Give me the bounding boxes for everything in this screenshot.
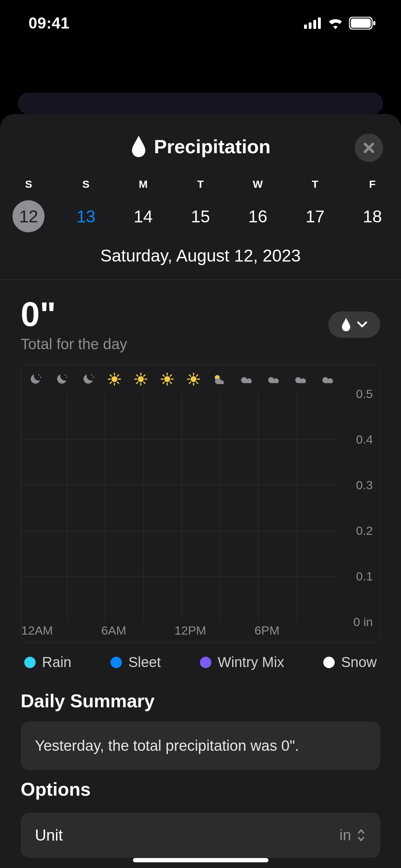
precipitation-chart[interactable]: 0.50.40.30.20.10 in 12AM6AM12PM6PM [21,365,380,643]
x-tick: 12PM [175,624,206,637]
svg-point-11 [91,374,92,376]
day-letter: M [139,178,148,190]
sunny-icon [160,372,174,388]
day-number: 15 [185,200,217,232]
chevron-down-icon [357,321,367,328]
y-tick: 0.5 [356,387,373,401]
page-title-text: Precipitation [154,135,271,157]
close-button[interactable] [355,134,383,162]
legend-item-rain: Rain [24,654,71,670]
drop-icon [130,136,147,157]
unit-label: Unit [35,826,63,844]
svg-rect-5 [351,19,371,28]
y-tick: 0.4 [356,433,373,446]
sunny-icon [107,372,122,388]
daily-summary-text: Yesterday, the total precipitation was 0… [35,737,299,754]
day-15[interactable]: T15 [172,178,229,232]
svg-point-7 [38,374,39,376]
day-13[interactable]: S13 [57,178,115,232]
drop-icon [341,318,351,331]
x-tick: 6AM [101,624,126,637]
day-number: 12 [12,200,45,232]
day-letter: S [25,178,32,190]
date-label: Saturday, August 12, 2023 [0,236,401,280]
y-tick: 0.1 [356,569,373,583]
page-title: Precipitation [130,135,271,157]
clear-night-icon [81,372,95,388]
svg-point-12 [93,377,94,378]
svg-rect-3 [318,17,321,29]
svg-point-15 [164,376,170,382]
day-14[interactable]: M14 [114,178,172,232]
svg-point-14 [138,376,144,382]
svg-rect-0 [304,25,307,29]
legend-item-sleet: Sleet [110,654,161,670]
total-subtitle: Total for the day [21,336,127,353]
legend-dot [24,657,36,668]
svg-point-10 [66,377,67,378]
status-bar: 09:41 [0,0,401,46]
day-number: 13 [70,200,102,232]
background-card [18,93,383,114]
y-tick: 0.3 [356,478,373,492]
precipitation-sheet: Precipitation S12S13M14T15W16T17F18 Satu… [0,114,401,868]
clear-night-icon [55,372,69,388]
svg-point-9 [65,374,66,376]
sunny-icon [134,372,148,388]
unit-option-row[interactable]: Unit in [21,813,380,858]
updown-icon [356,828,366,842]
legend-label: Rain [42,654,71,670]
day-picker: S12S13M14T15W16T17F18 [0,166,401,236]
day-17[interactable]: T17 [287,178,344,232]
svg-rect-2 [313,20,316,29]
day-letter: T [197,178,204,190]
clear-night-icon [28,372,42,388]
day-number: 17 [299,200,331,232]
x-tick: 12AM [21,624,53,637]
cloudy-icon [321,372,336,388]
precipitation-type-selector[interactable] [328,311,380,338]
unit-value: in [339,827,351,844]
battery-icon [349,17,376,30]
legend-label: Sleet [128,654,161,670]
x-tick: 6PM [255,624,279,637]
home-indicator[interactable] [133,858,268,862]
day-number: 14 [127,200,159,232]
status-icons [304,17,376,30]
wifi-icon [327,17,344,29]
status-time: 09:41 [29,14,70,32]
sheet-header: Precipitation [0,114,401,166]
svg-point-16 [191,376,197,382]
legend-label: Snow [341,654,377,670]
day-12[interactable]: S12 [0,178,57,232]
y-tick: 0.2 [356,524,373,538]
close-icon [362,141,376,155]
legend-dot [110,657,122,668]
cloudy-icon [294,372,309,388]
svg-rect-1 [309,22,312,29]
daily-summary-card: Yesterday, the total precipitation was 0… [21,722,380,770]
day-letter: T [312,178,318,190]
total-value: 0" [21,297,127,331]
daily-summary-title: Daily Summary [21,682,380,722]
y-tick: 0 in [353,615,373,629]
svg-point-8 [40,377,41,378]
condition-icons [28,372,336,388]
partly-cloudy-icon [213,372,228,388]
cellular-icon [304,17,322,29]
day-16[interactable]: W16 [229,178,287,232]
day-letter: S [82,178,89,190]
day-number: 16 [242,200,274,232]
cloudy-icon [267,372,282,388]
options-title: Options [21,770,380,810]
legend-dot [200,657,211,668]
day-18[interactable]: F18 [344,178,401,232]
day-letter: W [253,178,263,190]
sunny-icon [186,372,201,388]
svg-point-13 [112,376,118,382]
legend-item-wintry-mix: Wintry Mix [200,654,284,670]
cloudy-icon [240,372,255,388]
day-letter: F [369,178,376,190]
legend-dot [323,657,335,668]
legend-label: Wintry Mix [218,654,284,670]
